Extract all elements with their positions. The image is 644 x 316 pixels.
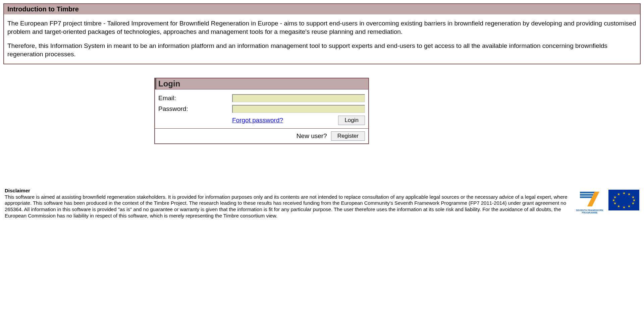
new-user-text: New user?	[297, 132, 327, 140]
register-button[interactable]: Register	[331, 131, 365, 141]
login-wrapper: Login Email: Password: Forgot password? …	[3, 78, 641, 144]
email-label: Email:	[158, 94, 232, 102]
svg-rect-0	[580, 192, 595, 193]
login-row-email: Email:	[158, 94, 365, 102]
register-row: New user? Register	[155, 129, 368, 143]
intro-paragraph-2: Therefore, this Information System in me…	[7, 42, 637, 58]
fp7-label: SEVENTH FRAMEWORK PROGRAMME	[574, 209, 606, 214]
logos: SEVENTH FRAMEWORK PROGRAMME ★ ★ ★ ★ ★ ★ …	[574, 188, 639, 214]
forgot-password-link[interactable]: Forgot password?	[232, 117, 283, 124]
svg-rect-1	[580, 194, 595, 196]
login-button[interactable]: Login	[338, 116, 365, 125]
footer: Disclaimer This software is aimed at ass…	[3, 188, 641, 219]
intro-body: The European FP7 project timbre - Tailor…	[4, 14, 640, 64]
disclaimer-title: Disclaimer	[5, 188, 570, 194]
login-form: Email: Password: Forgot password? Login	[155, 89, 368, 129]
disclaimer: Disclaimer This software is aimed at ass…	[5, 188, 570, 219]
login-action-row: Forgot password? Login	[158, 116, 365, 125]
eu-flag-icon: ★ ★ ★ ★ ★ ★ ★ ★ ★ ★ ★ ★	[608, 190, 639, 210]
password-label: Password:	[158, 105, 232, 113]
intro-paragraph-1: The European FP7 project timbre - Tailor…	[7, 19, 637, 36]
disclaimer-text: This software is aimed at assisting brow…	[5, 194, 568, 218]
fp7-logo-icon: SEVENTH FRAMEWORK PROGRAMME	[574, 190, 606, 214]
login-panel: Login Email: Password: Forgot password? …	[154, 78, 369, 144]
login-title: Login	[155, 78, 368, 89]
intro-title: Introduction to Timbre	[4, 4, 640, 14]
password-input[interactable]	[232, 105, 365, 113]
login-row-password: Password:	[158, 105, 365, 113]
intro-panel: Introduction to Timbre The European FP7 …	[3, 3, 641, 64]
email-input[interactable]	[232, 94, 365, 102]
